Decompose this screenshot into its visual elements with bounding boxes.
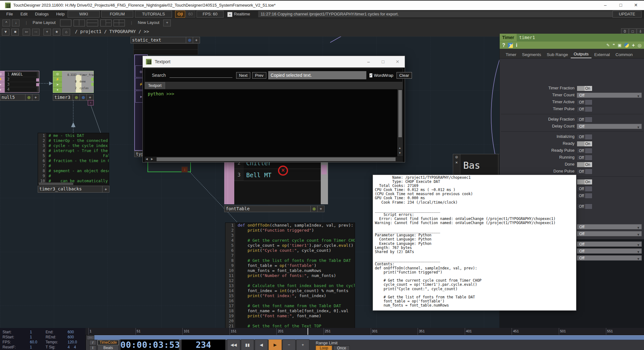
- copy-parameters-icon[interactable]: ▣: [618, 43, 621, 48]
- tab-timer[interactable]: Timer: [503, 51, 519, 58]
- step-back-button[interactable]: ◀: [255, 339, 268, 350]
- fonttable-flags[interactable]: [224, 157, 235, 204]
- node-display-dot[interactable]: [186, 37, 193, 43]
- python-help-icon[interactable]: ?: [508, 43, 513, 48]
- scrollbar-thumb[interactable]: [157, 157, 396, 161]
- param-toggle-2[interactable]: Off: [577, 99, 592, 105]
- horizontal-scrollbar[interactable]: ◀ ▶: [145, 157, 403, 162]
- save-layout-icon[interactable]: ↓: [12, 20, 19, 26]
- breadcrumb[interactable]: / project1 / TYPOGRAPHY / >>: [75, 29, 149, 34]
- textport-window[interactable]: Textport – □ ✕ Search Next Prev Copied s…: [142, 56, 405, 162]
- layout-preset-hsplit[interactable]: [87, 20, 98, 26]
- tab-segments[interactable]: Segments: [519, 51, 544, 58]
- op-name-field[interactable]: timer1: [517, 34, 644, 41]
- timecode-mode-button[interactable]: TimeCode: [97, 340, 119, 345]
- maximize-icon[interactable]: □: [376, 59, 390, 64]
- viewer-icon[interactable]: ◎: [453, 154, 460, 160]
- minimize-icon[interactable]: –: [361, 59, 376, 64]
- node-bas[interactable]: ◎ ✕ Bas: [453, 154, 502, 176]
- param-menu-18[interactable]: Off▼: [577, 241, 642, 247]
- maximize-icon[interactable]: □: [614, 1, 627, 9]
- param-menu-1[interactable]: Off▼: [577, 93, 642, 98]
- textport-tab[interactable]: Textport: [145, 82, 165, 89]
- stop-icon[interactable]: ■: [11, 29, 19, 36]
- tutorials-button[interactable]: TUTORIALS: [135, 11, 172, 18]
- null5-output-2[interactable]: [36, 83, 39, 86]
- timer3-output-2[interactable]: [91, 83, 94, 86]
- chopexec-code-panel[interactable]: 1 def onOffToOn(channel, sampleIndex, va…: [225, 223, 355, 328]
- param-menu-16[interactable]: Off▼: [577, 224, 642, 229]
- tab-sub-range[interactable]: Sub Range: [544, 51, 571, 58]
- pause-button[interactable]: ▮▮: [241, 339, 254, 350]
- layout-preset-vsplit[interactable]: [74, 20, 85, 26]
- menu-help[interactable]: Help: [53, 10, 69, 18]
- node-static-text[interactable]: static_text +: [130, 37, 200, 43]
- absolute-frame-toggle[interactable]: /: [89, 340, 96, 345]
- increment-frame-button[interactable]: +: [296, 339, 309, 350]
- node-add-icon[interactable]: +: [317, 206, 324, 212]
- info-icon[interactable]: i: [516, 42, 517, 48]
- null5-output-1[interactable]: [36, 78, 39, 82]
- tab-external[interactable]: External: [591, 51, 613, 58]
- once-button[interactable]: Once: [333, 346, 350, 350]
- param-menu-17[interactable]: Off▼: [577, 231, 642, 236]
- menu-dialogs[interactable]: Dialogs: [31, 10, 52, 18]
- textport-title-bar[interactable]: Textport – □ ✕: [143, 56, 405, 68]
- comment-edit-icon[interactable]: ✎: [606, 43, 610, 48]
- search-input[interactable]: [169, 73, 232, 78]
- timeline-settings[interactable]: Start: 1 End: 600RStart: 1 REnd: 600FPS:…: [0, 328, 86, 350]
- wordwrap-checkbox[interactable]: ✓: [369, 73, 372, 77]
- clear-button[interactable]: Clear: [397, 72, 412, 79]
- node-display-dot[interactable]: [310, 206, 317, 212]
- search-prev-button[interactable]: Prev: [252, 72, 266, 79]
- scroll-left-icon[interactable]: ◀: [146, 157, 148, 161]
- fonttable-output[interactable]: [321, 165, 327, 174]
- param-toggle-15[interactable]: Off: [577, 204, 592, 209]
- search-next-button[interactable]: Next: [236, 72, 250, 79]
- param-toggle-13[interactable]: Off: [577, 186, 592, 192]
- pane-type-dropdown-icon[interactable]: ▼: [2, 29, 9, 36]
- decrement-frame-button[interactable]: −: [282, 339, 296, 350]
- close-icon[interactable]: ✕: [630, 1, 642, 9]
- add-bookmark-icon[interactable]: +: [43, 29, 51, 36]
- gadget-icon[interactable]: ◎: [638, 43, 641, 48]
- tab-common[interactable]: Common: [613, 51, 636, 58]
- integer-frame-toggle[interactable]: I: [89, 345, 96, 350]
- python-expressions-icon[interactable]: [624, 43, 629, 48]
- forum-button[interactable]: FORUM: [101, 11, 133, 18]
- timer3-output-1[interactable]: [91, 78, 94, 81]
- param-toggle-0[interactable]: On: [577, 86, 592, 91]
- node-display-dot[interactable]: [25, 94, 32, 100]
- node-add-icon[interactable]: +: [193, 37, 200, 43]
- node-display-dot[interactable]: [73, 94, 80, 100]
- beats-mode-button[interactable]: Beats: [97, 345, 119, 350]
- param-toggle-9[interactable]: Off: [577, 155, 592, 161]
- comment-bubble-icon[interactable]: ❝: [613, 43, 615, 48]
- param-toggle-12[interactable]: On: [577, 179, 592, 185]
- scroll-right-icon[interactable]: ▶: [151, 157, 153, 161]
- back-icon[interactable]: ⇦: [23, 29, 30, 36]
- menu-edit[interactable]: Edit: [17, 10, 31, 18]
- collapse-panel-icon[interactable]: ^: [3, 20, 10, 26]
- callbacks-dock-icon[interactable]: ↑: [88, 100, 94, 105]
- param-toggle-6[interactable]: Off: [577, 134, 592, 140]
- textport-console[interactable]: python >>> ▲ ▼: [145, 89, 403, 156]
- scroll-down-icon[interactable]: ▼: [398, 151, 401, 155]
- range-grip[interactable]: ···: [87, 336, 94, 340]
- jump-to-start-button[interactable]: ◀◀: [227, 339, 240, 350]
- layout-preset-single[interactable]: [60, 20, 71, 26]
- home-icon[interactable]: ⌂: [63, 29, 70, 36]
- node-add-icon[interactable]: +: [102, 186, 109, 192]
- param-menu-5[interactable]: Off▼: [577, 124, 642, 129]
- hscrollbar-thumb[interactable]: [39, 183, 73, 185]
- add-parameter-icon[interactable]: +: [632, 42, 635, 48]
- param-toggle-10[interactable]: On: [577, 162, 592, 167]
- playhead[interactable]: [308, 328, 308, 335]
- scrollbar-thumb[interactable]: [398, 90, 402, 137]
- menu-file[interactable]: File: [3, 10, 17, 18]
- param-toggle-4[interactable]: Off: [577, 117, 592, 122]
- param-toggle-8[interactable]: Off: [577, 148, 592, 154]
- param-toggle-14[interactable]: Off: [577, 193, 592, 199]
- wiki-button[interactable]: WIKI: [68, 11, 100, 18]
- timeline-ruler[interactable]: 1 51 101 151 201 251 301 351 401 451 501…: [86, 328, 644, 335]
